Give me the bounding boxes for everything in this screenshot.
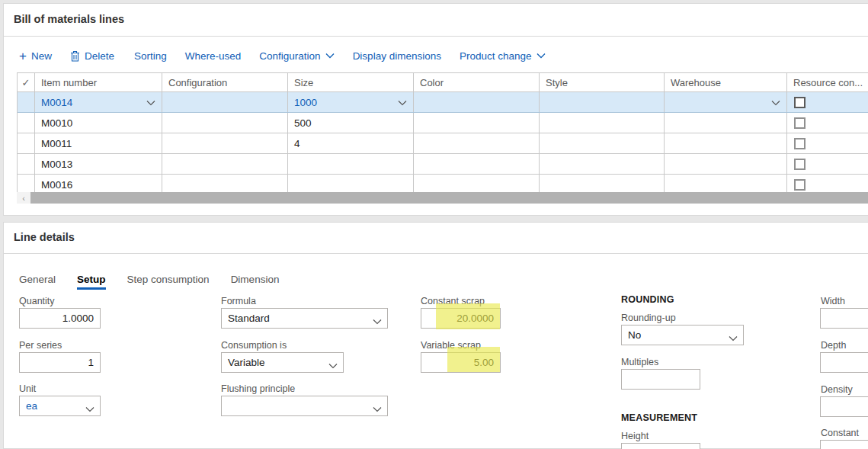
resource-consumption-checkbox[interactable] [794,159,806,170]
formula-select[interactable]: Standard [221,308,388,329]
delete-button[interactable]: Delete [70,50,114,62]
header-color[interactable]: Color [414,73,540,91]
consumption-is-value: Variable [228,357,265,368]
height-field[interactable] [621,443,700,449]
where-used-button[interactable]: Where-used [185,50,242,62]
cell-warehouse[interactable] [665,154,787,174]
cell-size[interactable] [288,175,414,192]
table-row[interactable]: M0016 [18,175,868,192]
resource-consumption-checkbox[interactable] [794,97,806,108]
cell-color[interactable] [414,133,540,153]
cell-color[interactable] [414,154,540,174]
header-style[interactable]: Style [540,73,665,91]
bom-toolbar: + New Delete Sorting Where-used Configur… [19,46,546,66]
cell-configuration[interactable] [162,92,288,112]
cell-style[interactable] [540,92,665,112]
consumption-is-select[interactable]: Variable [221,352,344,373]
quantity-label: Quantity [19,296,55,306]
dropdown-chevron-icon[interactable] [146,97,155,108]
cell-warehouse[interactable] [665,133,787,153]
cell-style[interactable] [540,175,665,192]
dropdown-chevron-icon[interactable] [771,97,780,108]
cell-color[interactable] [414,175,540,192]
resource-consumption-checkbox[interactable] [794,138,806,149]
cell-resource-consumption[interactable] [787,92,868,112]
tab-general[interactable]: General [19,274,56,285]
scroll-left-button[interactable]: ‹ [17,192,30,204]
row-select-gutter[interactable] [18,154,35,174]
table-row[interactable]: M0011 4 [18,133,868,154]
header-warehouse[interactable]: Warehouse [665,73,787,91]
density-field[interactable] [820,396,868,417]
scrollbar-thumb[interactable] [30,192,868,204]
quantity-field[interactable] [19,308,101,329]
cell-resource-consumption[interactable] [787,113,868,133]
resource-consumption-checkbox[interactable] [794,179,806,191]
cell-style[interactable] [540,154,665,174]
row-select-gutter[interactable] [18,175,35,192]
cell-item-number[interactable]: M0016 [35,175,162,192]
table-row[interactable]: M0014 1000 [18,92,868,113]
header-size[interactable]: Size [288,73,414,91]
height-label: Height [621,431,649,441]
per-series-label: Per series [19,340,62,351]
tab-step-consumption[interactable]: Step consumption [127,274,210,285]
row-select-gutter[interactable] [18,133,35,153]
flushing-principle-label: Flushing principle [221,383,295,394]
constant-field[interactable] [820,440,868,449]
cell-style[interactable] [540,113,665,133]
check-icon: ✓ [22,77,30,88]
cell-size[interactable]: 1000 [288,92,414,112]
cell-warehouse[interactable] [665,175,787,192]
cell-color[interactable] [414,92,540,112]
new-button[interactable]: + New [19,50,52,63]
product-change-menu-button[interactable]: Product change [460,50,546,62]
resource-consumption-checkbox[interactable] [794,117,806,129]
cell-resource-consumption[interactable] [787,133,868,153]
sorting-button[interactable]: Sorting [134,50,167,62]
display-dimensions-button[interactable]: Display dimensions [353,50,441,62]
cell-resource-consumption[interactable] [787,175,868,192]
flushing-principle-select[interactable] [221,396,388,416]
cell-color[interactable] [414,113,540,133]
cell-configuration[interactable] [162,154,288,174]
cell-size[interactable]: 500 [288,113,414,133]
multiples-field[interactable] [621,369,700,390]
configuration-menu-button[interactable]: Configuration [259,50,334,62]
grid-horizontal-scrollbar[interactable]: ‹ [17,192,868,204]
width-field[interactable] [820,308,868,329]
depth-field[interactable] [820,352,868,373]
row-select-gutter[interactable] [18,113,35,133]
header-resource-consumption[interactable]: Resource con... [787,73,868,91]
variable-scrap-field[interactable] [421,352,501,373]
unit-select[interactable]: ea [19,396,101,416]
header-item-number[interactable]: Item number [35,73,162,91]
cell-style[interactable] [540,133,665,153]
constant-scrap-field[interactable] [421,308,501,329]
rounding-up-select[interactable]: No [621,325,744,345]
cell-item-number[interactable]: M0010 [35,113,162,133]
tab-dimension[interactable]: Dimension [231,274,280,285]
formula-value: Standard [228,313,270,324]
cell-size[interactable] [288,154,414,174]
tab-setup[interactable]: Setup [77,274,106,285]
cell-warehouse[interactable] [665,92,787,112]
cell-configuration[interactable] [162,133,288,153]
per-series-field[interactable] [19,352,101,373]
display-dimensions-label: Display dimensions [353,50,441,62]
cell-size[interactable]: 4 [288,133,414,153]
unit-label: Unit [19,383,36,394]
table-row[interactable]: M0013 [18,154,868,175]
cell-resource-consumption[interactable] [787,154,868,174]
cell-configuration[interactable] [162,113,288,133]
row-select-gutter[interactable] [18,92,35,112]
cell-item-number[interactable]: M0013 [35,154,162,174]
header-configuration[interactable]: Configuration [162,73,288,91]
table-row[interactable]: M0010 500 [18,113,868,133]
cell-item-number[interactable]: M0014 [35,92,162,112]
select-column-header[interactable]: ✓ [18,73,35,91]
cell-warehouse[interactable] [665,113,787,133]
cell-item-number[interactable]: M0011 [35,133,162,153]
dropdown-chevron-icon[interactable] [398,97,407,108]
cell-configuration[interactable] [162,175,288,192]
